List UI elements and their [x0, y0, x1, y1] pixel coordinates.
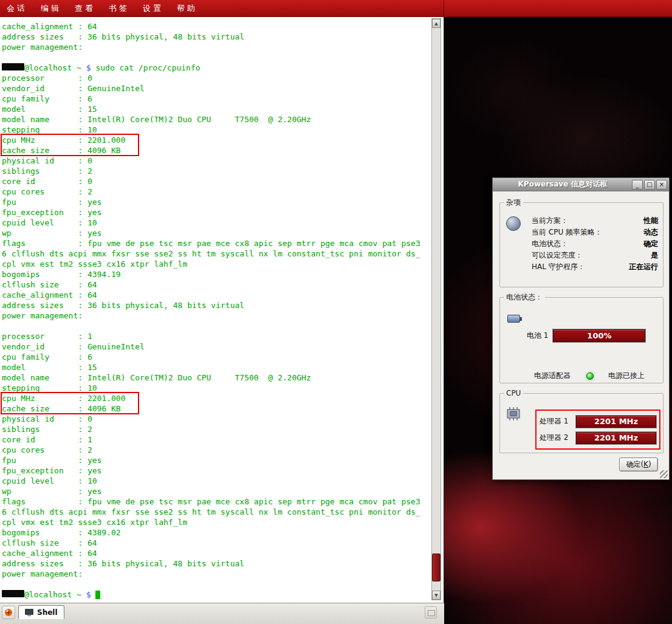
cpu-frequency-bar: 2201 MHz	[576, 416, 656, 428]
cpu-label: 处理器 2	[540, 433, 571, 443]
prompt-host: @localhost ~	[24, 590, 86, 599]
terminal-line: power management:	[2, 310, 420, 321]
terminal-line: address sizes : 36 bits physical, 48 bit…	[2, 558, 420, 569]
status-value: 动态	[643, 227, 658, 238]
scroll-down-icon[interactable]: ▼	[432, 591, 441, 600]
menu-edit[interactable]: 编辑	[34, 0, 68, 17]
cpu-icon	[506, 407, 521, 423]
tab-list-button[interactable]	[425, 606, 437, 619]
tab-shell[interactable]: Shell	[18, 605, 64, 619]
kpowersave-dialog: KPowersave 信息对话框 _ □ × 杂项 当前方案：性能当前 CPU …	[492, 177, 670, 480]
powersave-icon	[506, 216, 521, 231]
terminal-output: cache_alignment : 64address sizes : 36 b…	[2, 21, 420, 600]
terminal-line: power management:	[2, 42, 420, 52]
maximize-icon[interactable]: □	[644, 180, 655, 190]
terminal-line: flags : fpu vme de pse tsc msr pae mce c…	[2, 238, 420, 249]
terminal-line: core id : 0	[2, 176, 420, 187]
status-value: 确定	[643, 239, 658, 249]
adapter-status: 电源已接上	[608, 371, 645, 381]
adapter-label: 电源适配器	[534, 371, 571, 381]
minimize-icon[interactable]: _	[632, 180, 643, 190]
battery-row: 电池 1 100%	[527, 329, 645, 342]
terminal-line: physical id : 0	[2, 156, 420, 166]
dialog-titlebar[interactable]: KPowersave 信息对话框 _ □ ×	[493, 178, 669, 191]
battery-progressbar: 100%	[553, 329, 645, 342]
battery-icon-body	[507, 315, 520, 323]
status-row: HAL 守护程序：正在运行	[532, 261, 658, 273]
cpu-group-title: CPU	[504, 389, 523, 397]
dialog-title: KPowersave 信息对话框	[495, 179, 631, 190]
scrollbar-thumb[interactable]	[432, 554, 441, 581]
menu-settings[interactable]: 设置	[136, 0, 170, 17]
terminal-line: power management:	[2, 569, 420, 579]
terminal-line: bogomips : 4389.02	[2, 527, 420, 538]
terminal-line: @localhost ~ $	[2, 589, 420, 600]
terminal-line: clflush size : 64	[2, 279, 420, 290]
terminal-line: fpu_exception : yes	[2, 207, 420, 218]
terminal-line: fpu : yes	[2, 197, 420, 207]
status-row: 可以设定亮度：是	[532, 250, 658, 261]
prompt-symbol: $	[86, 590, 96, 599]
terminal-line: cpu MHz : 2201.000	[2, 135, 420, 145]
cpu-label: 处理器 1	[540, 416, 571, 427]
menu-help[interactable]: 帮助	[170, 0, 204, 17]
cpu-rows-annotated: 处理器 12201 MHz处理器 22201 MHz	[535, 410, 660, 450]
terminal-line: cpuid level : 10	[2, 476, 420, 486]
cpu-groupbox: CPU 处理器 12201 MHz处理器 22201 MHz	[499, 389, 663, 453]
terminal-line: 6 clflush dts acpi mmx fxsr sse sse2 ss …	[2, 507, 420, 517]
terminal-line: core id : 1	[2, 434, 420, 445]
terminal-cursor[interactable]	[95, 591, 100, 599]
status-label: 当前方案：	[532, 216, 568, 226]
terminal-line: stepping : 10	[2, 383, 420, 393]
terminal-line: @localhost ~ $ sudo cat /proc/cpuinfo	[2, 63, 420, 73]
terminal-line: stepping : 10	[2, 125, 420, 135]
misc-groupbox: 杂项 当前方案：性能当前 CPU 频率策略：动态电池状态：确定可以设定亮度：是H…	[499, 197, 663, 287]
redacted-username-icon	[2, 590, 24, 597]
menu-session[interactable]: 会话	[0, 0, 34, 17]
new-session-button[interactable]	[2, 606, 15, 619]
terminal-line: 6 clflush dts acpi mmx fxsr sse sse2 ss …	[2, 249, 420, 259]
status-value: 性能	[643, 216, 658, 226]
terminal-line	[2, 579, 420, 589]
terminal-line: bogomips : 4394.19	[2, 269, 420, 279]
status-row: 当前 CPU 频率策略：动态	[532, 227, 658, 238]
ok-button-label-end: )	[648, 460, 651, 468]
terminal-line: wp : yes	[2, 486, 420, 496]
status-label: 可以设定亮度：	[532, 250, 583, 261]
status-row: 当前方案：性能	[532, 215, 658, 227]
prompt-host: @localhost ~	[24, 63, 86, 72]
cpu-frequency-bar: 2201 MHz	[576, 432, 656, 444]
adapter-led-icon	[586, 372, 594, 380]
terminal-line: vendor_id : GenuineIntel	[2, 83, 420, 94]
status-label: HAL 守护程序：	[532, 262, 585, 272]
tab-bar: Shell	[0, 603, 444, 624]
terminal-line: wp : yes	[2, 228, 420, 238]
cpu-row: 处理器 12201 MHz	[540, 413, 656, 430]
terminal-scrollbar[interactable]: ▲ ▼	[431, 18, 441, 600]
prompt-symbol: $	[86, 63, 96, 72]
status-label: 当前 CPU 频率策略：	[532, 227, 602, 238]
terminal-line: clflush size : 64	[2, 538, 420, 548]
terminal-line: cpu cores : 2	[2, 187, 420, 197]
window-seam	[444, 0, 444, 17]
menu-bookmarks[interactable]: 书签	[102, 0, 136, 17]
ok-button[interactable]: 确定(K)	[619, 458, 658, 471]
new-session-icon	[4, 608, 13, 617]
terminal-window: cache_alignment : 64address sizes : 36 b…	[0, 17, 444, 603]
terminal-line: cache size : 4096 KB	[2, 403, 420, 414]
cpu-row: 处理器 22201 MHz	[540, 430, 656, 446]
menu-view[interactable]: 查看	[68, 0, 102, 17]
battery-groupbox: 电池状态： 电池 1 100% 电源适配器 电源已接上	[499, 292, 663, 383]
scroll-up-icon[interactable]: ▲	[432, 19, 441, 28]
tab-shell-label: Shell	[37, 608, 58, 617]
ok-button-label: 确定(	[626, 460, 643, 468]
menu-bar: 会话 编辑 查看 书签 设置 帮助	[0, 0, 672, 17]
resize-grip[interactable]	[660, 470, 668, 478]
terminal-line: flags : fpu vme de pse tsc msr pae mce c…	[2, 496, 420, 507]
status-value: 正在运行	[629, 262, 658, 272]
close-icon[interactable]: ×	[656, 180, 667, 190]
terminal-line	[2, 52, 420, 63]
terminal-line: fpu_exception : yes	[2, 465, 420, 476]
ok-button-accesskey: K	[643, 460, 648, 468]
terminal-tab-icon	[25, 609, 33, 616]
